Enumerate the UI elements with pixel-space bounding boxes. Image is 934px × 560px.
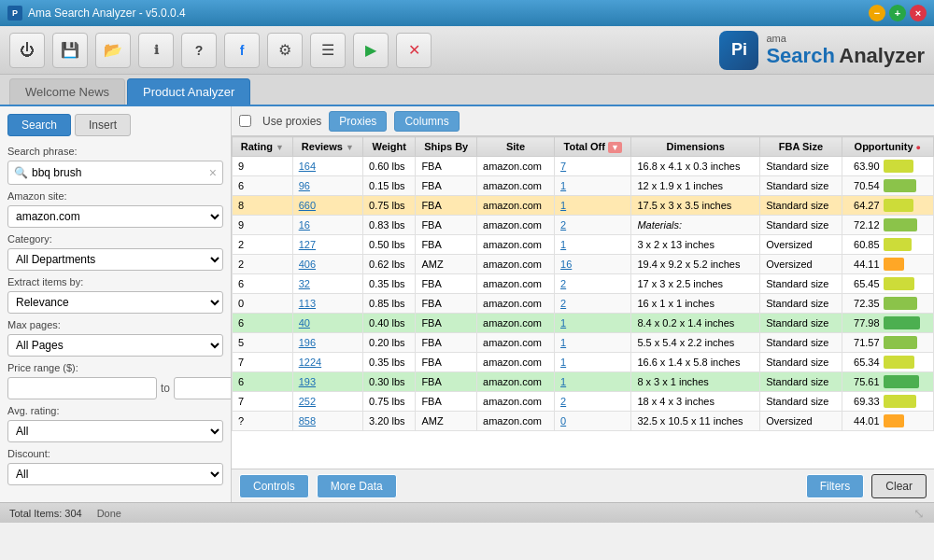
tab-search[interactable]: Search [7, 114, 71, 136]
max-pages-select[interactable]: All Pages [7, 334, 223, 357]
col-opportunity[interactable]: Opportunity ● [842, 137, 933, 157]
cell-reviews[interactable]: 660 [292, 196, 362, 216]
cell-opportunity: 65.34 [842, 353, 933, 372]
cell-dimensions: 3 x 2 x 13 inches [631, 235, 760, 255]
play-button[interactable]: ▶ [353, 33, 389, 68]
cell-fba-size: Oversized [760, 412, 842, 431]
cell-reviews[interactable]: 127 [292, 235, 362, 255]
save-button[interactable]: 💾 [52, 33, 88, 68]
cell-opportunity: 71.57 [842, 333, 933, 353]
col-total-off[interactable]: Total Off ▼ [555, 137, 631, 157]
cell-dimensions: 16.8 x 4.1 x 0.3 inches [631, 157, 760, 176]
cell-total-off[interactable]: 0 [555, 412, 631, 431]
extract-select[interactable]: Relevance [7, 291, 223, 314]
cell-total-off[interactable]: 7 [555, 157, 631, 176]
facebook-button[interactable]: f [224, 33, 260, 68]
cell-total-off[interactable]: 1 [555, 176, 631, 196]
filters-button[interactable]: Filters [806, 474, 865, 498]
extract-field: Extract items by: Relevance [7, 276, 223, 314]
cell-weight: 0.50 lbs [363, 235, 416, 255]
amazon-site-select[interactable]: amazon.com [7, 205, 223, 228]
cell-reviews[interactable]: 96 [292, 176, 362, 196]
tab-product-analyzer[interactable]: Product Analyzer [127, 78, 250, 105]
logo-ama: ama [766, 33, 925, 44]
cell-reviews[interactable]: 252 [292, 392, 362, 412]
resize-handle[interactable]: ⤡ [913, 506, 925, 521]
power-button[interactable]: ⏻ [9, 33, 45, 68]
use-proxies-checkbox[interactable] [239, 115, 251, 127]
use-proxies-label: Use proxies [262, 115, 321, 128]
category-select[interactable]: All Departments [7, 248, 223, 271]
discount-select[interactable]: All [7, 463, 223, 485]
avg-rating-select[interactable]: All [7, 420, 223, 442]
cell-weight: 0.75 lbs [363, 392, 416, 412]
cell-fba-size: Standard size [760, 294, 842, 314]
tab-welcome-news[interactable]: Welcome News [9, 78, 125, 105]
cell-weight: 0.35 lbs [363, 353, 416, 372]
cell-reviews[interactable]: 32 [292, 274, 362, 294]
cell-total-off[interactable]: 1 [555, 235, 631, 255]
cell-site: amazon.com [477, 157, 555, 176]
cell-total-off[interactable]: 1 [555, 196, 631, 216]
tab-insert[interactable]: Insert [75, 114, 131, 136]
price-from-input[interactable] [7, 377, 157, 399]
cell-total-off[interactable]: 1 [555, 372, 631, 392]
cell-rating: 6 [233, 372, 293, 392]
cell-ships-by: FBA [416, 196, 477, 216]
close-button[interactable]: × [910, 5, 927, 21]
cell-total-off[interactable]: 1 [555, 314, 631, 333]
cell-ships-by: FBA [416, 333, 477, 353]
cell-reviews[interactable]: 858 [292, 412, 362, 431]
table-row: 9 16 0.83 lbs FBA amazon.com 2 Materials… [233, 216, 934, 235]
col-dimensions[interactable]: Dimensions [631, 137, 760, 157]
cell-total-off[interactable]: 2 [555, 216, 631, 235]
more-data-button[interactable]: More Data [317, 474, 397, 498]
controls-button[interactable]: Controls [239, 474, 309, 498]
list-button[interactable]: ☰ [310, 33, 346, 68]
price-to-input[interactable] [174, 377, 232, 399]
col-ships-by[interactable]: Ships By [416, 137, 477, 157]
cell-dimensions: Materials: [631, 216, 760, 235]
cell-total-off[interactable]: 1 [555, 333, 631, 353]
cell-reviews[interactable]: 1224 [292, 353, 362, 372]
maximize-button[interactable]: + [889, 5, 906, 21]
col-site[interactable]: Site [477, 137, 555, 157]
cell-site: amazon.com [477, 274, 555, 294]
stop-button[interactable]: ✕ [396, 33, 432, 68]
minimize-button[interactable]: − [869, 5, 885, 21]
col-fba-size[interactable]: FBA Size [760, 137, 842, 157]
search-input[interactable] [32, 166, 205, 179]
col-rating[interactable]: Rating ▼ [233, 137, 293, 157]
cell-total-off[interactable]: 2 [555, 294, 631, 314]
cell-reviews[interactable]: 164 [292, 157, 362, 176]
cell-site: amazon.com [477, 314, 555, 333]
left-panel: Search Insert Search phrase: 🔍 × Amazon … [0, 106, 232, 502]
extract-label: Extract items by: [7, 276, 223, 287]
cell-rating: 5 [233, 333, 293, 353]
open-button[interactable]: 📂 [95, 33, 131, 68]
clear-input-icon[interactable]: × [209, 165, 217, 180]
cell-fba-size: Standard size [760, 372, 842, 392]
cell-reviews[interactable]: 193 [292, 372, 362, 392]
info-button[interactable]: ℹ [138, 33, 174, 68]
cell-total-off[interactable]: 16 [555, 255, 631, 274]
proxies-button[interactable]: Proxies [329, 111, 387, 132]
cell-reviews[interactable]: 40 [292, 314, 362, 333]
col-reviews[interactable]: Reviews ▼ [292, 137, 362, 157]
cell-reviews[interactable]: 406 [292, 255, 362, 274]
cell-reviews[interactable]: 113 [292, 294, 362, 314]
cell-reviews[interactable]: 196 [292, 333, 362, 353]
cell-total-off[interactable]: 2 [555, 274, 631, 294]
cell-dimensions: 32.5 x 10.5 x 11 inches [631, 412, 760, 431]
table-row: 8 660 0.75 lbs FBA amazon.com 1 17.5 x 3… [233, 196, 934, 216]
columns-button[interactable]: Columns [394, 111, 459, 132]
status-total-value: 304 [64, 508, 81, 519]
clear-button[interactable]: Clear [871, 474, 927, 498]
cell-opportunity: 72.12 [842, 216, 933, 235]
cell-total-off[interactable]: 1 [555, 353, 631, 372]
cell-reviews[interactable]: 16 [292, 216, 362, 235]
col-weight[interactable]: Weight [363, 137, 416, 157]
help-button[interactable]: ? [181, 33, 217, 68]
cell-total-off[interactable]: 2 [555, 392, 631, 412]
settings-button[interactable]: ⚙ [267, 33, 303, 68]
